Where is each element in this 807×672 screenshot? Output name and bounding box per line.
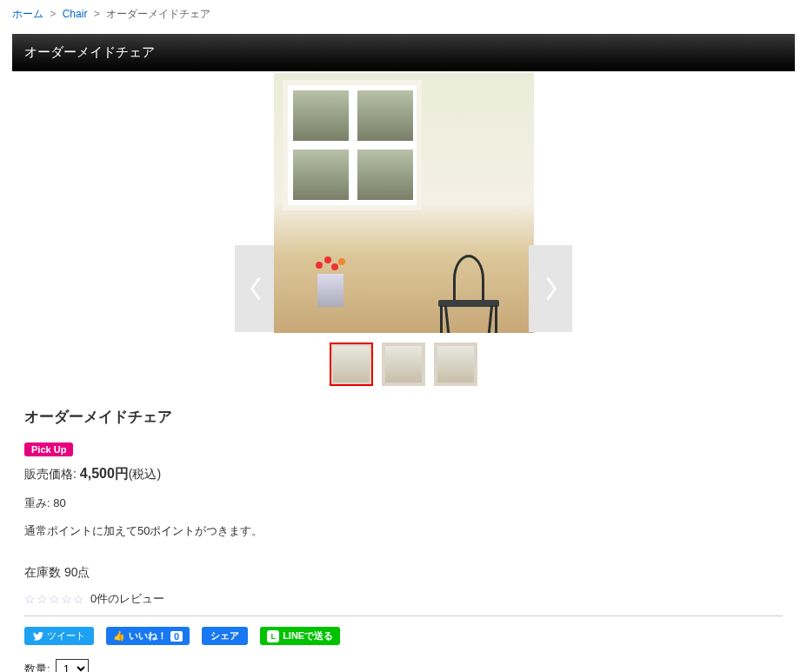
chevron-right-icon (543, 276, 558, 302)
twitter-icon (33, 632, 43, 641)
review-line[interactable]: ☆☆☆☆☆ 0件のレビュー (24, 591, 783, 607)
thumbnail-1[interactable] (330, 343, 373, 386)
gallery-next-button[interactable] (529, 245, 572, 332)
breadcrumb-category[interactable]: Chair (63, 8, 88, 20)
price-value: 4,500円 (80, 466, 129, 481)
divider (24, 615, 783, 616)
quantity-label: 数量: (24, 662, 50, 673)
price-tax: (税込) (129, 467, 161, 481)
chevron-left-icon (249, 276, 264, 302)
star-rating-icon: ☆☆☆☆☆ (24, 592, 85, 606)
weight-label: 重み: (24, 496, 50, 509)
facebook-share-button[interactable]: シェア (202, 627, 248, 645)
stock-line: 在庫数 90点 (24, 565, 783, 581)
stock-value: 90点 (64, 565, 90, 579)
weight-line: 重み: 80 (24, 496, 783, 511)
line-label: LINEで送る (283, 629, 333, 642)
thumbnail-2[interactable] (382, 343, 425, 386)
twitter-share-button[interactable]: ツイート (24, 627, 94, 645)
line-icon: L (267, 630, 279, 642)
breadcrumb: ホーム > Chair > オーダーメイドチェア (12, 0, 795, 34)
breadcrumb-home[interactable]: ホーム (12, 8, 43, 20)
like-label: いいね！ (129, 629, 167, 642)
points-text: 通常ポイントに加えて50ポイントがつきます。 (24, 523, 783, 539)
quantity-row: 数量: 1 (24, 659, 783, 672)
twitter-label: ツイート (47, 629, 85, 642)
breadcrumb-sep: > (50, 8, 56, 20)
share-row: ツイート 👍 いいね！ 0 シェア L LINEで送る (24, 627, 783, 645)
like-count: 0 (170, 631, 183, 642)
quantity-select[interactable]: 1 (56, 659, 89, 672)
page-title-bar: オーダーメイドチェア (12, 34, 795, 71)
thumbnail-strip (12, 336, 795, 402)
breadcrumb-current: オーダーメイドチェア (106, 8, 210, 20)
gallery-prev-button[interactable] (235, 245, 278, 332)
breadcrumb-sep: > (94, 8, 100, 20)
thumbnail-3[interactable] (434, 343, 477, 386)
product-name: オーダーメイドチェア (24, 407, 783, 427)
facebook-like-button[interactable]: 👍 いいね！ 0 (106, 627, 190, 645)
price-label: 販売価格: (24, 467, 77, 481)
line-share-button[interactable]: L LINEで送る (260, 627, 340, 645)
pickup-badge: Pick Up (24, 442, 73, 456)
product-main-image (274, 73, 534, 333)
review-count: 0件のレビュー (90, 591, 164, 607)
weight-value: 80 (53, 496, 65, 509)
price-line: 販売価格: 4,500円(税込) (24, 465, 783, 483)
product-gallery (12, 73, 795, 336)
stock-label: 在庫数 (24, 565, 61, 579)
thumbs-up-icon: 👍 (113, 630, 125, 642)
